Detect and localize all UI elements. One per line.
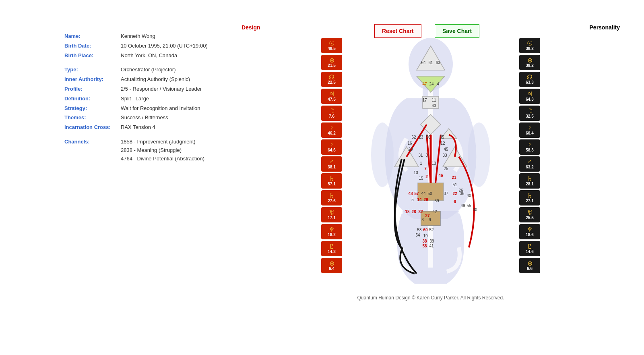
authority-label: Inner Authority:: [64, 75, 121, 84]
personality-gate-2: ☊63.3: [519, 72, 540, 87]
svg-text:64: 64: [421, 60, 426, 65]
svg-text:52: 52: [429, 228, 434, 232]
svg-text:46: 46: [438, 173, 443, 178]
design-gate-8: ♄57.1: [321, 173, 342, 189]
profile-value: 2/5 - Responder / Visionary Leader: [121, 85, 202, 93]
svg-text:41: 41: [429, 244, 434, 248]
svg-text:29: 29: [423, 197, 428, 202]
themes-label: Themes:: [64, 114, 121, 122]
chart-main: ☉48.5⊕21.5☊22.5♃47.5☽7.6♀46.2♀64.6♂38.1♄…: [321, 34, 540, 292]
definition-value: Split - Large: [121, 95, 149, 103]
personality-gate-5: ♀60.4: [519, 122, 540, 138]
svg-point-2: [371, 122, 394, 187]
svg-text:57: 57: [414, 191, 419, 196]
svg-text:11: 11: [431, 98, 436, 102]
personality-gate-0: ☉38.2: [519, 38, 540, 53]
personality-gate-11: ♆18.6: [519, 224, 540, 239]
design-gate-column: ☉48.5⊕21.5☊22.5♃47.5☽7.6♀46.2♀64.6♂38.1♄…: [321, 34, 342, 273]
svg-text:2: 2: [425, 174, 428, 179]
personality-gate-column: ☉38.2⊕39.2☊63.3♃64.3☽32.5♀60.4♀58.3♂63.2…: [519, 34, 540, 273]
svg-text:28: 28: [411, 210, 416, 214]
definition-label: Definition:: [64, 95, 121, 103]
svg-text:40: 40: [466, 193, 471, 198]
svg-text:19: 19: [423, 234, 428, 238]
personality-gate-10: ♅25.5: [519, 207, 540, 222]
design-gate-11: ♆18.2: [321, 224, 342, 239]
design-gate-3: ♃47.5: [321, 89, 342, 104]
svg-text:22: 22: [452, 191, 457, 196]
svg-text:63: 63: [436, 60, 440, 65]
type-value: Orchestrator (Projector): [121, 66, 176, 74]
svg-text:31: 31: [418, 153, 423, 158]
svg-text:53: 53: [417, 228, 422, 232]
svg-text:20: 20: [408, 147, 413, 152]
svg-text:48: 48: [408, 191, 413, 196]
birthplace-value: North York, ON, Canada: [121, 52, 177, 60]
svg-text:15: 15: [419, 176, 423, 181]
svg-text:30: 30: [473, 208, 477, 212]
birthdate-label: Birth Date:: [64, 42, 121, 50]
personality-gate-7: ♂63.2: [519, 156, 540, 172]
type-label: Type:: [64, 66, 121, 74]
strategy-value: Wait for Recognition and Invitation: [121, 104, 200, 113]
svg-text:33: 33: [442, 153, 447, 158]
design-gate-12: ♇14.3: [321, 241, 342, 256]
design-gate-6: ♀64.6: [321, 139, 342, 155]
svg-text:43: 43: [431, 104, 436, 108]
profile-label: Profile:: [64, 85, 121, 93]
svg-text:51: 51: [452, 183, 457, 187]
personality-gate-9: ♄27.1: [519, 190, 540, 206]
svg-text:4: 4: [437, 82, 439, 86]
chart-header: Design Reset Chart Save Chart Personalit…: [233, 24, 628, 31]
svg-text:45: 45: [444, 147, 448, 152]
birthplace-label: Birth Place:: [64, 52, 121, 60]
bodygraph: 64 61 63 47 24 4 17 11 43 62 23 56 16: [342, 34, 519, 292]
svg-point-3: [468, 122, 490, 187]
svg-text:3: 3: [421, 218, 424, 222]
cross-label: Incarnation Cross:: [64, 123, 121, 132]
svg-text:6: 6: [454, 199, 456, 204]
personality-gate-1: ⊕39.2: [519, 55, 540, 70]
design-gate-10: ♅17.1: [321, 207, 342, 222]
svg-text:10: 10: [413, 170, 418, 175]
svg-text:5: 5: [411, 197, 414, 202]
personality-gate-3: ♃64.3: [519, 89, 540, 104]
personality-gate-4: ☽32.5: [519, 106, 540, 121]
svg-text:39: 39: [429, 239, 434, 243]
themes-value: Success / Bitterness: [121, 114, 168, 122]
svg-text:24: 24: [429, 82, 434, 86]
svg-text:36: 36: [460, 191, 464, 196]
svg-text:9: 9: [429, 218, 431, 222]
svg-text:32: 32: [418, 210, 423, 214]
svg-text:17: 17: [422, 98, 427, 102]
info-panel: Name: Kenneth Wong Birth Date: 10 Octobe…: [64, 24, 217, 164]
strategy-label: Strategy:: [64, 104, 121, 113]
svg-text:49: 49: [460, 203, 465, 208]
svg-text:38: 38: [422, 239, 427, 243]
svg-text:59: 59: [434, 199, 439, 203]
design-gate-0: ☉48.5: [321, 38, 342, 53]
svg-text:14: 14: [417, 197, 422, 202]
svg-text:25: 25: [444, 166, 448, 171]
svg-text:58: 58: [422, 244, 427, 248]
copyright-text: Quantum Human Design © Karen Curry Parke…: [357, 295, 504, 301]
design-gate-1: ⊕21.5: [321, 55, 342, 70]
svg-text:61: 61: [428, 60, 433, 65]
svg-text:12: 12: [440, 141, 445, 145]
design-label: Design: [242, 24, 260, 31]
channels-values: 1858 - Improvement (Judgment) 2838 - Mea…: [121, 138, 204, 163]
personality-gate-13: ⊕6.6: [519, 258, 540, 273]
birthdate-value: 10 October 1995, 21:00 (UTC+19:00): [121, 42, 208, 50]
svg-text:54: 54: [415, 233, 420, 237]
svg-text:44: 44: [421, 191, 426, 196]
svg-text:42: 42: [432, 210, 437, 214]
svg-text:60: 60: [423, 228, 428, 232]
svg-text:50: 50: [427, 191, 432, 196]
svg-text:55: 55: [466, 203, 471, 208]
svg-text:37: 37: [444, 191, 448, 196]
name-label: Name:: [64, 32, 121, 41]
svg-text:13: 13: [431, 161, 436, 166]
design-gate-5: ♀46.2: [321, 122, 342, 138]
svg-text:7: 7: [424, 166, 427, 171]
authority-value: Actualizing Authority (Splenic): [121, 75, 190, 84]
